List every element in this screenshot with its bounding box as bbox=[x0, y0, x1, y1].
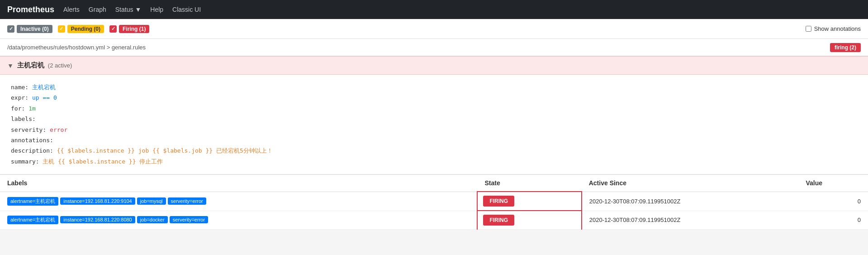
pending-badge: Pending (0) bbox=[67, 25, 104, 33]
filter-badges: ✓ Inactive (0) ✓ Pending (0) ✓ Firing (1… bbox=[7, 25, 149, 33]
row-labels-cell: alertname=主机宕机instance=192.168.81.220:91… bbox=[0, 192, 477, 211]
pending-checkbox[interactable]: ✓ bbox=[58, 25, 65, 33]
row-state-cell: FIRING bbox=[477, 211, 581, 230]
rule-name-val: 主机宕机 bbox=[32, 84, 56, 91]
show-annotations-toggle[interactable]: Show annotations bbox=[806, 25, 861, 32]
rule-description-key: description: bbox=[11, 147, 53, 154]
rule-name-key: name: bbox=[11, 84, 28, 91]
rule-summary-key: summary: bbox=[11, 158, 39, 165]
row-labels-cell: alertname=主机宕机instance=192.168.81.220:80… bbox=[0, 211, 477, 230]
row-active-since-cell: 2020-12-30T08:07:09.119951002Z bbox=[582, 211, 799, 230]
rule-labels-key: labels: bbox=[11, 115, 36, 122]
label-tag: instance=192.168.81.220:9104 bbox=[60, 197, 135, 205]
nav-status[interactable]: Status ▼ bbox=[115, 6, 142, 13]
alert-table: Labels State Active Since Value alertnam… bbox=[0, 174, 868, 230]
firing-checkbox[interactable]: ✓ bbox=[109, 25, 117, 33]
nav-graph[interactable]: Graph bbox=[89, 6, 106, 13]
rule-description-val: {{ $labels.instance }} job {{ $labels.jo… bbox=[57, 147, 273, 154]
group-title: 主机宕机 bbox=[17, 61, 44, 70]
group-active-count: (2 active) bbox=[48, 62, 72, 69]
nav-help[interactable]: Help bbox=[150, 6, 163, 13]
row-value-cell: 0 bbox=[798, 211, 868, 230]
inactive-checkbox[interactable]: ✓ bbox=[7, 25, 14, 33]
th-labels: Labels bbox=[0, 175, 477, 192]
th-active-since: Active Since bbox=[582, 175, 799, 192]
inactive-filter[interactable]: ✓ Inactive (0) bbox=[7, 25, 52, 33]
firing-filter[interactable]: ✓ Firing (1) bbox=[109, 25, 149, 33]
row-state-cell: FIRING bbox=[477, 192, 581, 211]
row-value-cell: 0 bbox=[798, 192, 868, 211]
filepath-row: /data/prometheus/rules/hostdown.yml > ge… bbox=[0, 39, 868, 56]
table-row: alertname=主机宕机instance=192.168.81.220:80… bbox=[0, 211, 868, 230]
rule-for-val: 1m bbox=[28, 105, 36, 112]
rule-detail: name: 主机宕机 expr: up == 0 for: 1m labels:… bbox=[0, 75, 868, 174]
label-tag: job=mysql bbox=[137, 197, 166, 205]
table-row: alertname=主机宕机instance=192.168.81.220:91… bbox=[0, 192, 868, 211]
group-header[interactable]: ▼ 主机宕机 (2 active) bbox=[0, 56, 868, 75]
label-tag: alertname=主机宕机 bbox=[7, 216, 58, 224]
filepath-firing-badge: firing (2) bbox=[830, 43, 861, 52]
navbar-brand: Prometheus bbox=[7, 5, 54, 14]
label-tag: serverity=error bbox=[168, 197, 206, 205]
label-tag: job=docker bbox=[137, 216, 168, 223]
group-chevron-icon: ▼ bbox=[7, 62, 14, 69]
firing-state-button[interactable]: FIRING bbox=[483, 215, 514, 226]
rule-expr-val: up == 0 bbox=[32, 94, 57, 101]
pending-filter[interactable]: ✓ Pending (0) bbox=[58, 25, 104, 33]
rule-serverity-key: serverity: bbox=[11, 126, 46, 133]
label-tag: instance=192.168.81.220:8080 bbox=[60, 216, 135, 223]
navbar: Prometheus Alerts Graph Status ▼ Help Cl… bbox=[0, 0, 868, 19]
nav-classic-ui[interactable]: Classic UI bbox=[172, 6, 201, 13]
firing-badge: Firing (1) bbox=[119, 25, 149, 33]
filter-bar: ✓ Inactive (0) ✓ Pending (0) ✓ Firing (1… bbox=[0, 19, 868, 39]
show-annotations-label: Show annotations bbox=[814, 25, 861, 32]
rule-for-key: for: bbox=[11, 105, 25, 112]
show-annotations-checkbox[interactable] bbox=[806, 26, 811, 32]
label-tag: serverity=error bbox=[170, 216, 208, 223]
row-active-since-cell: 2020-12-30T08:07:09.119951002Z bbox=[582, 192, 799, 211]
filepath-text: /data/prometheus/rules/hostdown.yml > ge… bbox=[7, 44, 146, 51]
label-tag: alertname=主机宕机 bbox=[7, 197, 58, 206]
firing-state-button[interactable]: FIRING bbox=[483, 196, 514, 207]
th-value: Value bbox=[798, 175, 868, 192]
th-state: State bbox=[477, 175, 581, 192]
rule-summary-val: 主机 {{ $labels.instance }} 停止工作 bbox=[43, 158, 163, 165]
rule-annotations-key: annotations: bbox=[11, 137, 53, 144]
nav-alerts[interactable]: Alerts bbox=[63, 6, 80, 13]
rule-serverity-val: error bbox=[50, 126, 67, 133]
rule-expr-key: expr: bbox=[11, 94, 28, 101]
inactive-badge: Inactive (0) bbox=[17, 25, 52, 33]
